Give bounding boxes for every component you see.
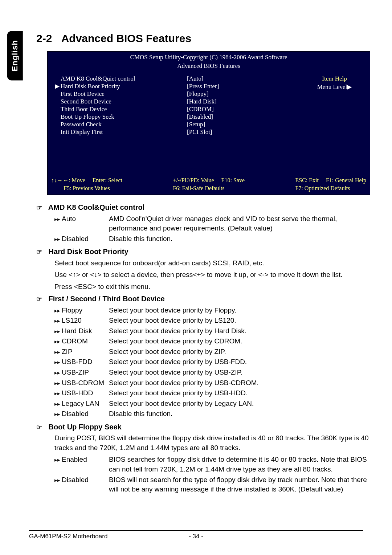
footer-page-number: - 34 - xyxy=(178,532,214,541)
option-desc: Select your boot device priority by CDRO… xyxy=(109,336,370,346)
language-tab: English xyxy=(7,31,23,80)
fwd-icon: ▸▸ xyxy=(54,236,60,242)
fwd-icon: ▸▸ xyxy=(54,477,60,483)
option-desc: Select your boot device priority by Lega… xyxy=(109,399,370,409)
bios-setting-label: Third Boot Device xyxy=(55,105,187,113)
fwd-icon: ▸▸ xyxy=(54,318,60,324)
bios-settings-pane: AMD K8 Cool&Quiet control▶Hard Disk Boot… xyxy=(48,72,299,174)
option-desc: Disable this function. xyxy=(109,234,370,244)
fwd-icon: ▸▸ xyxy=(54,216,60,222)
option-key: ZIP xyxy=(62,348,73,355)
option-key: USB-FDD xyxy=(62,358,92,366)
hand-icon: ☞ xyxy=(36,423,46,432)
option-text: Use <↑> or <↓> to select a device, then … xyxy=(54,270,370,280)
option-key: Disabled xyxy=(62,476,89,483)
hand-icon: ☞ xyxy=(36,203,46,212)
option-heading-floppyseek: Boot Up Floppy Seek xyxy=(49,423,122,431)
bios-key-help: F1: General Help xyxy=(326,177,366,183)
option-desc: Disable this function. xyxy=(109,409,370,419)
footer-board: GA-M61PM-S2 Motherboard xyxy=(29,532,178,541)
page-footer: GA-M61PM-S2 Motherboard - 34 - xyxy=(29,530,363,541)
option-key: USB-ZIP xyxy=(62,368,89,376)
fwd-icon: ▸▸ xyxy=(54,359,60,365)
option-row: ▸▸Disabled BIOS will not search for the … xyxy=(54,475,370,494)
option-desc: Select your boot device priority by LS12… xyxy=(109,316,370,326)
bios-setting-label: Password Check xyxy=(55,120,187,128)
bios-setting-name: Password Check xyxy=(61,121,102,128)
section-number: 2-2 xyxy=(36,32,52,44)
bios-key-prev: F5: Previous Values xyxy=(51,184,122,192)
bios-setting-name: First Boot Device xyxy=(61,90,105,97)
option-desc: Select your boot device priority by USB-… xyxy=(109,388,370,398)
bios-setting-value: [Auto] xyxy=(187,74,295,82)
hand-icon: ☞ xyxy=(36,248,46,257)
fwd-icon: ▸▸ xyxy=(54,411,60,417)
bios-setting-value: [Press Enter] xyxy=(187,82,295,90)
option-row: ▸▸DisabledDisable this function. xyxy=(54,409,370,419)
option-key: Legacy LAN xyxy=(62,400,99,407)
option-desc: Select your boot device priority by ZIP. xyxy=(109,347,370,357)
option-key: Enabled xyxy=(62,456,87,463)
bios-item-help: Item Help xyxy=(302,74,367,83)
bios-setting-value: [Disabled] xyxy=(187,113,295,120)
fwd-icon: ▸▸ xyxy=(54,390,60,396)
option-row: ▸▸Auto AMD Cool'n'Quiet driver manages c… xyxy=(54,214,370,233)
bios-help-pane: Item Help Menu Level▶ xyxy=(299,72,370,174)
option-heading-hdbp: Hard Disk Boot Priority xyxy=(49,248,128,256)
section-heading: 2-2 Advanced BIOS Features xyxy=(36,31,370,46)
bios-setting-value: [Hard Disk] xyxy=(187,97,295,105)
bios-setting-name: Init Display First xyxy=(61,128,103,135)
bios-setting-name: Third Boot Device xyxy=(61,106,107,113)
bios-header: CMOS Setup Utility-Copyright (C) 1984-20… xyxy=(48,52,370,72)
fwd-icon: ▸▸ xyxy=(54,370,60,376)
bios-header-line1: CMOS Setup Utility-Copyright (C) 1984-20… xyxy=(48,53,370,62)
option-row: ▸▸Hard DiskSelect your boot device prior… xyxy=(54,326,370,336)
option-row: ▸▸Enabled BIOS searches for floppy disk … xyxy=(54,455,370,474)
option-desc: BIOS will not search for the type of flo… xyxy=(109,475,370,494)
option-row: ▸▸Legacy LANSelect your boot device prio… xyxy=(54,399,370,409)
fwd-icon: ▸▸ xyxy=(54,338,60,344)
option-text: Press <ESC> to exit this menu. xyxy=(54,282,370,292)
option-desc: Select your boot device priority by USB-… xyxy=(109,378,370,388)
option-row: ▸▸USB-FDDSelect your boot device priorit… xyxy=(54,357,370,367)
option-row: ▸▸LS120Select your boot device priority … xyxy=(54,316,370,326)
option-key: Floppy xyxy=(62,306,82,314)
option-key: Auto xyxy=(62,215,76,223)
option-heading-amd: AMD K8 Cool&Quiet control xyxy=(48,203,145,211)
bios-setting-value: [CDROM] xyxy=(187,105,295,113)
option-desc: Select your boot device priority by USB-… xyxy=(109,357,370,367)
bios-header-line2: Advanced BIOS Features xyxy=(48,62,370,70)
option-heading-bootdev: First / Second / Third Boot Device xyxy=(49,295,165,303)
documentation-body: ☞ AMD K8 Cool&Quiet control ▸▸Auto AMD C… xyxy=(36,202,370,494)
option-key: CDROM xyxy=(62,337,88,345)
option-row: ▸▸USB-HDDSelect your boot device priorit… xyxy=(54,388,370,398)
fwd-icon: ▸▸ xyxy=(54,401,60,407)
fwd-icon: ▸▸ xyxy=(54,380,60,386)
bios-setting-value: [Setup] xyxy=(187,120,295,128)
bios-setting-label: AMD K8 Cool&Quiet control xyxy=(55,74,187,82)
submenu-pointer-icon: ▶ xyxy=(55,82,61,91)
bios-setting-name: AMD K8 Cool&Quiet control xyxy=(61,75,135,82)
bios-footer: ↑↓→←: Move Enter: Select F5: Previous Va… xyxy=(48,174,370,195)
page-content: 2-2 Advanced BIOS Features CMOS Setup Ut… xyxy=(36,31,370,497)
bios-menu-level: Menu Level▶ xyxy=(302,83,367,91)
option-key: Hard Disk xyxy=(62,327,92,335)
bios-setting-label: ▶Hard Disk Boot Priority xyxy=(55,82,187,90)
option-desc: Select your boot device priority by Hard… xyxy=(109,326,370,336)
option-text: Select boot sequence for onboard(or add-… xyxy=(54,258,370,268)
fwd-icon: ▸▸ xyxy=(54,328,60,334)
bios-setting-label: Boot Up Floppy Seek xyxy=(55,113,187,120)
option-key: LS120 xyxy=(62,317,82,324)
option-desc: AMD Cool'n'Quiet driver manages clock an… xyxy=(109,214,370,233)
bios-key-optimized: F7: Optimized Defaults xyxy=(295,184,366,192)
option-row: ▸▸FloppySelect your boot device priority… xyxy=(54,306,370,315)
fwd-icon: ▸▸ xyxy=(54,307,60,314)
bios-setting-value: [Floppy] xyxy=(187,90,295,97)
bios-screenshot: CMOS Setup Utility-Copyright (C) 1984-20… xyxy=(47,51,370,195)
bios-setting-label: First Boot Device xyxy=(55,90,187,97)
bios-setting-label: Second Boot Device xyxy=(55,97,187,105)
bios-setting-name: Second Boot Device xyxy=(61,98,111,105)
bios-setting-name: Hard Disk Boot Priority xyxy=(61,83,120,90)
option-row: ▸▸USB-CDROMSelect your boot device prior… xyxy=(54,378,370,388)
bios-key-select: Enter: Select xyxy=(93,177,122,183)
